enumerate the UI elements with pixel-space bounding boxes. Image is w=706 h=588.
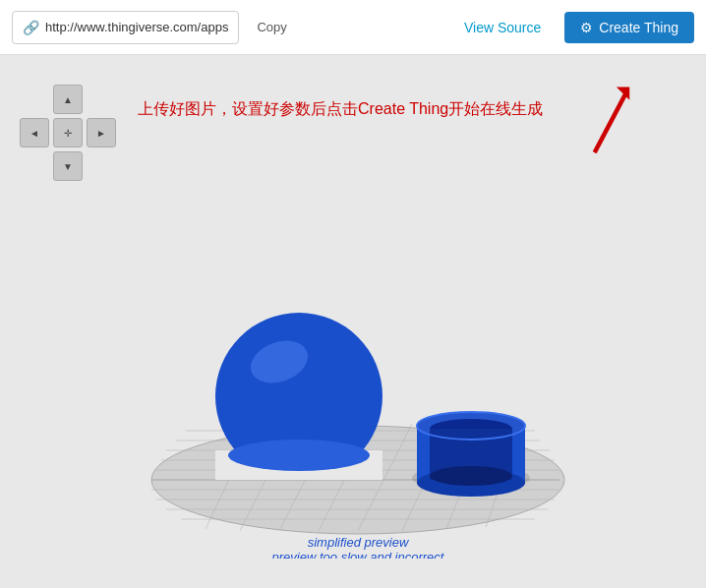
preview-line2: preview too slow and incorrect	[271, 550, 445, 559]
3d-scene: simplified preview preview too slow and …	[97, 165, 609, 559]
instruction-text: 上传好图片，设置好参数后点击Create Thing开始在线生成	[138, 99, 543, 120]
nav-up-button[interactable]: ▲	[53, 85, 83, 114]
sphere	[215, 313, 382, 480]
copy-button[interactable]: Copy	[249, 16, 294, 38]
svg-line-1	[595, 91, 627, 152]
preview-line1: simplified preview	[308, 535, 410, 550]
header-bar: 🔗 http://www.thingiverse.com/apps Copy V…	[0, 0, 706, 55]
svg-point-32	[430, 466, 512, 486]
url-bar: 🔗 http://www.thingiverse.com/apps	[12, 11, 239, 44]
nav-right-button[interactable]: ►	[87, 118, 116, 147]
header-right: View Source ⚙ Create Thing	[456, 12, 694, 43]
create-thing-label: Create Thing	[599, 20, 678, 35]
nav-left-button[interactable]: ◄	[20, 118, 49, 147]
cylinder-container	[412, 412, 530, 497]
create-thing-button[interactable]: ⚙ Create Thing	[564, 12, 694, 43]
link-icon: 🔗	[23, 20, 39, 35]
url-text: http://www.thingiverse.com/apps	[45, 20, 228, 34]
nav-down-button[interactable]: ▼	[53, 151, 83, 181]
nav-center-button[interactable]: ✛	[53, 118, 83, 147]
gear-icon: ⚙	[580, 20, 593, 35]
view-source-button[interactable]: View Source	[456, 16, 549, 39]
main-content: ▲ ◄ ✛ ► ▼ 上传好图片，设置好参数后点击Create Thing开始在线…	[0, 55, 706, 588]
red-arrow-indicator	[578, 83, 637, 161]
svg-point-25	[228, 440, 370, 471]
